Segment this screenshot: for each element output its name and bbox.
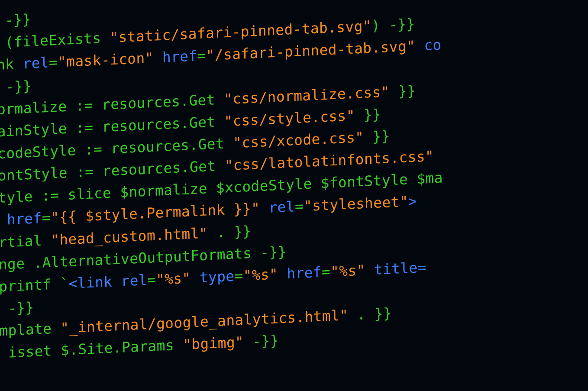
- code-token: =: [42, 209, 51, 226]
- code-attr: rel: [23, 54, 49, 72]
- code-attr: href: [153, 48, 197, 67]
- code-string: "head_custom.html": [51, 224, 208, 248]
- code-string: "css/xcode.css": [233, 129, 364, 152]
- code-string: "%s": [330, 262, 365, 280]
- code-token: }}: [364, 127, 390, 145]
- code-token: d -}}: [0, 11, 31, 30]
- code-token: artial: [0, 231, 51, 251]
- code-tag: <link: [68, 272, 121, 292]
- code-attr: href: [278, 263, 322, 282]
- code-string: "%s": [156, 269, 191, 288]
- code-string: "stylesheet": [304, 193, 408, 215]
- code-token: =: [322, 263, 331, 281]
- code-token: }}: [390, 82, 416, 100]
- code-token: emplate: [0, 320, 61, 339]
- code-attr: rel: [260, 198, 295, 217]
- code-token: f (fileExists: [0, 29, 110, 52]
- code-attr: href: [7, 210, 42, 228]
- code-attr: co: [415, 36, 442, 55]
- code-string: "%s": [243, 265, 278, 284]
- code-token: d -}}: [0, 299, 34, 318]
- code-token: >: [408, 193, 417, 210]
- code-attr: type: [191, 268, 234, 287]
- code-token: =: [49, 54, 58, 71]
- code-string: "_internal/google_analytics.html": [60, 307, 348, 336]
- code-string: "bgimg": [183, 333, 244, 353]
- code-token: =: [295, 198, 304, 215]
- code-token: . }}: [348, 304, 392, 323]
- code-token: =: [147, 271, 156, 288]
- code-string: "mask-icon": [58, 49, 154, 71]
- code-token: k: [0, 211, 7, 229]
- code-token: ) -}}: [372, 16, 415, 35]
- code-token: f isset $.Site.Params: [0, 336, 183, 362]
- code-token: -}}: [244, 332, 279, 351]
- code-attr: rel: [121, 271, 147, 290]
- code-token: =: [197, 47, 206, 65]
- code-string: "css/style.css": [224, 107, 355, 130]
- code-token: }}: [355, 106, 381, 124]
- code-token: printf `: [0, 275, 69, 295]
- code-token: d -}}: [0, 77, 32, 96]
- code-string: "/safari-pinned-tab.svg": [206, 38, 415, 64]
- code-string: "{{ $style.Permalink }}": [50, 200, 260, 226]
- code-token: =: [234, 267, 243, 284]
- code-string: "css/latolatinfonts.css": [224, 148, 434, 174]
- code-attr: title=: [365, 259, 426, 278]
- code-token: . }}: [208, 222, 252, 241]
- code-editor-viewport: d -}} f (fileExists "static/safari-pinne…: [0, 0, 445, 365]
- code-string: "css/normalize.css": [224, 83, 390, 107]
- code-token: ink: [0, 55, 23, 74]
